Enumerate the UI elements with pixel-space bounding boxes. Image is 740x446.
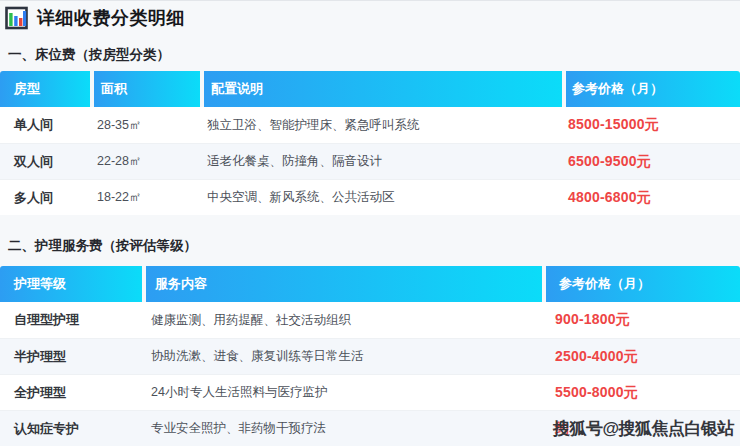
col-header-area: 面积 bbox=[90, 71, 200, 107]
care-price: 5500-8000元 bbox=[542, 384, 740, 402]
care-level: 自理型护理 bbox=[0, 311, 142, 329]
section-heading-bed-fee: 一、床位费（按房型分类） bbox=[8, 48, 740, 62]
room-price: 8500-15000元 bbox=[562, 116, 740, 134]
room-area: 18-22㎡ bbox=[90, 189, 200, 206]
care-level: 全护理型 bbox=[0, 384, 142, 402]
room-config: 独立卫浴、智能护理床、紧急呼叫系统 bbox=[200, 117, 562, 134]
table-row: 全护理型 24小时专人生活照料与医疗监护 5500-8000元 bbox=[0, 374, 740, 410]
col-header-price: 参考价格（月） bbox=[562, 71, 740, 107]
table-row: 自理型护理 健康监测、用药提醒、社交活动组织 900-1800元 bbox=[0, 302, 740, 338]
col-header-config: 配置说明 bbox=[200, 71, 562, 107]
room-price: 4800-6800元 bbox=[562, 189, 740, 207]
room-config: 中央空调、新风系统、公共活动区 bbox=[200, 189, 562, 206]
bed-fee-table-header: 房型 面积 配置说明 参考价格（月） bbox=[0, 71, 740, 107]
sohu-watermark: 搜狐号@搜狐焦点白银站 bbox=[553, 417, 734, 440]
col-header-room-type: 房型 bbox=[0, 71, 90, 107]
care-service: 健康监测、用药提醒、社交活动组织 bbox=[142, 312, 542, 329]
col-header-care-level: 护理等级 bbox=[0, 266, 142, 302]
room-area: 28-35㎡ bbox=[90, 117, 200, 134]
care-price: 2500-4000元 bbox=[542, 348, 740, 366]
care-service: 专业安全照护、非药物干预疗法 bbox=[142, 420, 542, 437]
table-row: 双人间 22-28㎡ 适老化餐桌、防撞角、隔音设计 6500-9500元 bbox=[0, 143, 740, 179]
col-header-price: 参考价格（月） bbox=[542, 266, 740, 302]
care-price: 900-1800元 bbox=[542, 311, 740, 329]
table-row: 多人间 18-22㎡ 中央空调、新风系统、公共活动区 4800-6800元 bbox=[0, 179, 740, 215]
care-fee-table-header: 护理等级 服务内容 参考价格（月） bbox=[0, 266, 740, 302]
room-price: 6500-9500元 bbox=[562, 153, 740, 171]
bar-chart-icon bbox=[5, 6, 28, 30]
col-header-service: 服务内容 bbox=[142, 266, 542, 302]
table-row: 半护理型 协助洗漱、进食、康复训练等日常生活 2500-4000元 bbox=[0, 338, 740, 374]
care-level: 半护理型 bbox=[0, 348, 142, 366]
table-row: 单人间 28-35㎡ 独立卫浴、智能护理床、紧急呼叫系统 8500-15000元 bbox=[0, 107, 740, 143]
page-title: 详细收费分类明细 bbox=[37, 6, 185, 30]
care-level: 认知症专护 bbox=[0, 420, 142, 438]
section-heading-care-fee: 二、护理服务费（按评估等级） bbox=[8, 239, 740, 253]
room-type: 多人间 bbox=[0, 189, 90, 207]
care-service: 24小时专人生活照料与医疗监护 bbox=[142, 384, 542, 401]
title-bar: 详细收费分类明细 bbox=[0, 1, 740, 34]
care-service: 协助洗漱、进食、康复训练等日常生活 bbox=[142, 348, 542, 365]
room-config: 适老化餐桌、防撞角、隔音设计 bbox=[200, 153, 562, 170]
room-area: 22-28㎡ bbox=[90, 153, 200, 170]
room-type: 单人间 bbox=[0, 116, 90, 134]
bed-fee-table: 房型 面积 配置说明 参考价格（月） 单人间 28-35㎡ 独立卫浴、智能护理床… bbox=[0, 71, 740, 215]
room-type: 双人间 bbox=[0, 153, 90, 171]
